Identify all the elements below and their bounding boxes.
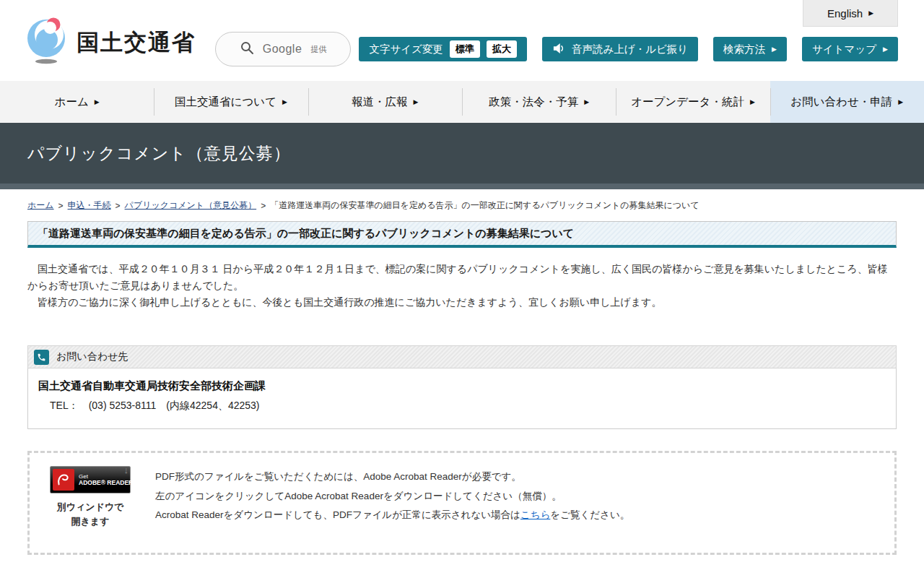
pdf-help-link[interactable]: こちら (520, 509, 550, 520)
tts-button[interactable]: 音声読み上げ・ルビ振り (542, 37, 698, 61)
breadcrumb: ホーム > 申込・手続 > パブリックコメント（意見公募） > 「道路運送車両の… (27, 199, 897, 212)
triangle-right-icon: ▶ (898, 99, 903, 105)
nav-item-label: 国土交通省について (175, 95, 276, 110)
pdf-notice-line-1: PDF形式のファイルをご覧いただくためには、Adobe Acrobat Read… (155, 467, 629, 486)
english-button[interactable]: English ▶ (803, 0, 898, 27)
adobe-badge-column: Get ADOBE® READER® ↓ 別ウィンドウで 開きます (44, 466, 136, 528)
global-nav: ホーム ▶ 国土交通省について ▶ 報道・広報 ▶ 政策・法令・予算 ▶ オープ… (0, 81, 924, 123)
breadcrumb-current: 「道路運送車両の保安基準の細目を定める告示」の一部改正に関するパブリックコメント… (270, 199, 699, 212)
breadcrumb-link-public-comment[interactable]: パブリックコメント（意見公募） (125, 199, 257, 212)
contact-department: 国土交通省自動車交通局技術安全部技術企画課 (38, 379, 886, 393)
header-utility-buttons: 文字サイズ変更 標準 拡大 音声読み上げ・ルビ振り 検索方法 ▶ サイトマップ … (359, 37, 898, 61)
top-header: English ▶ 国土交通省 Google 提供 文字サイズ変 (0, 0, 924, 81)
nav-item-label: ホーム (55, 95, 89, 110)
site-title: 国土交通省 (77, 27, 196, 58)
adobe-badge-brand: ADOBE® READER® (79, 480, 137, 487)
triangle-right-icon: ▶ (414, 99, 419, 105)
contact-box: 国土交通省自動車交通局技術安全部技術企画課 TEL： (03) 5253-811… (27, 368, 897, 429)
contact-header: お問い合わせ先 (27, 345, 897, 368)
nav-item-opendata[interactable]: オープンデータ・統計 ▶ (616, 81, 770, 123)
breadcrumb-separator: > (116, 201, 121, 211)
pdf-notice-line-3-suffix: をご覧ください。 (550, 509, 629, 520)
article-paragraph-2: 皆様方のご協力に深く御礼申し上げるとともに、今後とも国土交通行政の推進にご協力い… (27, 294, 897, 311)
nav-item-label: お問い合わせ・申請 (790, 95, 892, 110)
site-logo[interactable]: 国土交通省 (26, 17, 196, 68)
search-input[interactable]: Google 提供 (215, 32, 351, 66)
pdf-notice-text: PDF形式のファイルをご覧いただくためには、Adobe Acrobat Read… (155, 466, 629, 528)
mlit-logo-icon (26, 17, 66, 68)
phone-icon (34, 350, 49, 365)
page-title-band: パブリックコメント（意見公募） (0, 123, 924, 189)
triangle-right-icon: ▶ (883, 46, 888, 53)
nav-item-home[interactable]: ホーム ▶ (0, 81, 154, 123)
contact-tel: TEL： (03) 5253-8111 (内線42254、42253) (38, 400, 886, 413)
article-paragraph-1: 国土交通省では、平成２０年１０月３１ 日から平成２０年１２月１日まで、標記の案に… (27, 261, 897, 294)
font-size-standard-button[interactable]: 標準 (450, 40, 480, 58)
triangle-right-icon: ▶ (772, 46, 777, 53)
nav-item-about[interactable]: 国土交通省について ▶ (154, 81, 308, 123)
contact-section: お問い合わせ先 国土交通省自動車交通局技術安全部技術企画課 TEL： (03) … (27, 345, 897, 429)
triangle-right-icon: ▶ (868, 10, 873, 17)
article-body: 国土交通省では、平成２０年１０月３１ 日から平成２０年１２月１日まで、標記の案に… (27, 261, 897, 311)
tts-label: 音声読み上げ・ルビ振り (572, 43, 688, 56)
pdf-notice-line-3: Acrobat Readerをダウンロードしても、PDFファイルが正常に表示され… (155, 506, 629, 525)
breadcrumb-link-home[interactable]: ホーム (27, 199, 54, 212)
adobe-badge-text: Get ADOBE® READER® (79, 473, 137, 487)
search-method-label: 検索方法 (723, 43, 765, 56)
nav-item-contact[interactable]: お問い合わせ・申請 ▶ (770, 81, 924, 123)
breadcrumb-separator: > (58, 201, 64, 211)
nav-item-label: オープンデータ・統計 (631, 95, 744, 110)
nav-item-label: 政策・法令・予算 (489, 95, 578, 110)
font-size-button[interactable]: 文字サイズ変更 標準 拡大 (359, 37, 527, 61)
search-provider-label: Google (263, 43, 302, 56)
contact-header-label: お問い合わせ先 (56, 350, 128, 363)
speaker-icon (552, 43, 565, 56)
english-button-label: English (827, 7, 863, 20)
page-title: パブリックコメント（意見公募） (27, 142, 291, 165)
search-method-button[interactable]: 検索方法 ▶ (713, 37, 787, 61)
triangle-right-icon: ▶ (584, 99, 589, 105)
breadcrumb-link-application[interactable]: 申込・手続 (68, 199, 111, 212)
adobe-badge-caption: 別ウィンドウで 開きます (44, 500, 136, 528)
adobe-logo-icon (53, 469, 74, 491)
download-arrow-icon: ↓ (124, 465, 129, 475)
triangle-right-icon: ▶ (95, 99, 100, 105)
font-size-large-button[interactable]: 拡大 (487, 40, 517, 58)
triangle-right-icon: ▶ (282, 99, 287, 105)
search-provider-suffix: 提供 (310, 44, 326, 55)
pdf-notice-line-2: 左のアイコンをクリックしてAdobe Acrobat Readerをダウンロード… (155, 487, 629, 506)
breadcrumb-separator: > (261, 201, 266, 211)
pdf-notice-line-3-prefix: Acrobat Readerをダウンロードしても、PDFファイルが正常に表示され… (155, 509, 520, 520)
triangle-right-icon: ▶ (750, 99, 755, 105)
pdf-notice-section: Get ADOBE® READER® ↓ 別ウィンドウで 開きます PDF形式の… (27, 451, 897, 555)
search-icon (240, 40, 254, 58)
nav-item-policy[interactable]: 政策・法令・予算 ▶ (462, 81, 616, 123)
sitemap-label: サイトマップ (812, 43, 876, 56)
article-heading: 「道路運送車両の保安基準の細目を定める告示」の一部改正に関するパブリックコメント… (27, 221, 897, 248)
sitemap-button[interactable]: サイトマップ ▶ (802, 37, 898, 61)
get-adobe-reader-button[interactable]: Get ADOBE® READER® ↓ (50, 466, 131, 493)
nav-item-label: 報道・広報 (352, 95, 408, 110)
nav-item-press[interactable]: 報道・広報 ▶ (308, 81, 462, 123)
font-size-label: 文字サイズ変更 (369, 43, 443, 56)
